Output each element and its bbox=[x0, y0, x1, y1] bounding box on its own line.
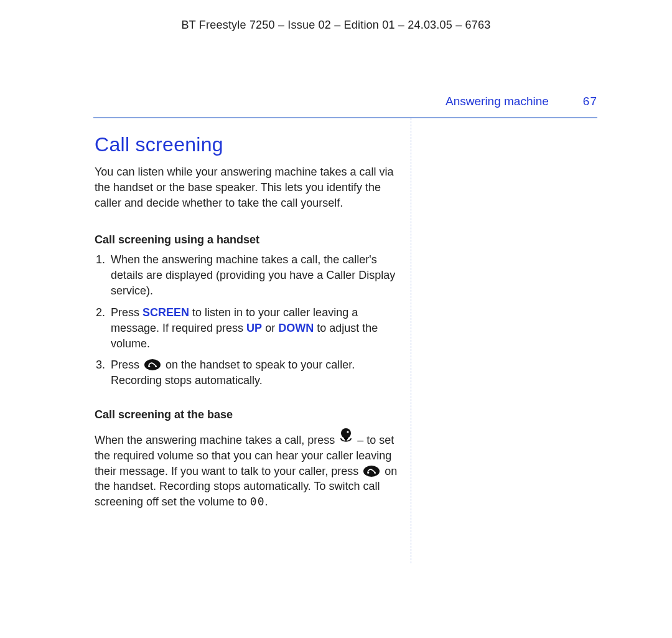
subheading-handset: Call screening using a handset bbox=[95, 232, 399, 248]
page-title: Call screening bbox=[95, 131, 399, 158]
page-number: 67 bbox=[583, 95, 597, 108]
svg-point-0 bbox=[144, 359, 161, 370]
column-divider bbox=[411, 118, 411, 563]
base-paragraph: When the answering machine takes a call,… bbox=[95, 428, 399, 510]
handset-steps: When the answering machine takes a call,… bbox=[95, 252, 399, 388]
document-page: BT Freestyle 7250 – Issue 02 – Edition 0… bbox=[0, 0, 672, 638]
step-2-text-a: Press bbox=[111, 306, 142, 319]
base-text-a: When the answering machine takes a call,… bbox=[95, 434, 338, 446]
step-3-text-a: Press bbox=[111, 359, 142, 371]
talk-button-icon bbox=[144, 359, 161, 371]
intro-paragraph: You can listen while your answering mach… bbox=[95, 164, 399, 210]
header-rule bbox=[93, 117, 597, 118]
step-2-text-c: or bbox=[262, 322, 278, 334]
svg-point-3 bbox=[341, 428, 351, 438]
svg-point-8 bbox=[374, 472, 376, 474]
subheading-base: Call screening at the base bbox=[95, 407, 399, 423]
step-1: When the answering machine takes a call,… bbox=[108, 252, 399, 298]
talk-button-icon-2 bbox=[363, 465, 380, 477]
down-keyword: DOWN bbox=[278, 322, 314, 334]
screen-keyword: SCREEN bbox=[142, 306, 189, 319]
svg-point-6 bbox=[363, 466, 380, 477]
svg-point-1 bbox=[149, 366, 151, 368]
running-head: Answering machine 67 bbox=[93, 95, 597, 108]
volume-zero-value: 00 bbox=[250, 495, 265, 508]
document-id-header: BT Freestyle 7250 – Issue 02 – Edition 0… bbox=[0, 19, 672, 32]
base-text-d: . bbox=[265, 495, 268, 508]
svg-point-7 bbox=[368, 472, 370, 474]
volume-button-icon bbox=[339, 428, 353, 446]
svg-point-2 bbox=[155, 366, 157, 368]
step-2: Press SCREEN to listen in to your caller… bbox=[108, 305, 399, 351]
main-content: Call screening You can listen while your… bbox=[95, 131, 399, 510]
step-3: Press on the handset to speak to your ca… bbox=[108, 357, 399, 388]
section-name: Answering machine bbox=[446, 95, 549, 108]
up-keyword: UP bbox=[246, 322, 262, 334]
svg-point-4 bbox=[347, 431, 349, 433]
